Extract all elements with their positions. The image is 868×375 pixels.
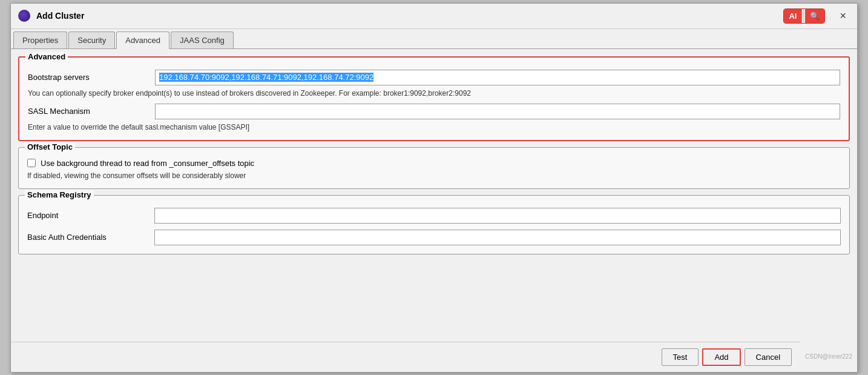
ai-button[interactable]: AI: [784, 9, 802, 23]
tab-advanced[interactable]: Advanced: [116, 32, 169, 49]
basic-auth-input[interactable]: [154, 230, 841, 245]
offset-topic-title: Offset Topic: [25, 142, 75, 151]
toolbar-buttons: AI 🔍: [783, 8, 825, 24]
dialog-content: Advanced Bootstrap servers 192.168.74.70…: [11, 49, 857, 342]
test-button[interactable]: Test: [662, 348, 699, 366]
tab-jaas-config[interactable]: JAAS Config: [171, 32, 234, 48]
dialog-footer: Test Add Cancel: [11, 342, 800, 372]
basic-auth-row: Basic Auth Credentials: [27, 230, 841, 245]
add-cluster-dialog: Add Cluster AI 🔍 × Properties Security A…: [10, 3, 858, 373]
bootstrap-servers-input-wrapper: 192.168.74.70:9092,192.168.74.71:9092,19…: [155, 70, 840, 85]
cancel-button[interactable]: Cancel: [745, 348, 792, 366]
consumer-offsets-label: Use background thread to read from _cons…: [41, 159, 254, 168]
add-button[interactable]: Add: [702, 348, 740, 366]
toolbar-divider: [803, 9, 804, 22]
bootstrap-servers-input[interactable]: 192.168.74.70:9092,192.168.74.71:9092,19…: [155, 70, 840, 85]
tab-properties[interactable]: Properties: [13, 32, 67, 48]
tab-bar: Properties Security Advanced JAAS Config: [11, 29, 857, 49]
schema-registry-title: Schema Registry: [25, 190, 94, 199]
sasl-mechanism-input[interactable]: [155, 104, 840, 119]
endpoint-row: Endpoint: [27, 208, 841, 224]
advanced-section-title: Advanced: [25, 52, 68, 61]
offset-topic-hint: If disabled, viewing the consumer offset…: [27, 171, 841, 180]
schema-registry-section: Schema Registry Endpoint Basic Auth Cred…: [18, 195, 850, 254]
sasl-mechanism-row: SASL Mechanism: [28, 104, 840, 119]
watermark: CSDN@Inner222: [800, 351, 857, 362]
bootstrap-servers-label: Bootstrap servers: [28, 73, 149, 82]
title-bar: Add Cluster AI 🔍 ×: [11, 4, 857, 29]
consumer-offsets-checkbox[interactable]: [27, 159, 36, 167]
dialog-title: Add Cluster: [36, 11, 777, 21]
endpoint-label: Endpoint: [27, 211, 148, 220]
tab-security[interactable]: Security: [68, 32, 115, 48]
endpoint-input[interactable]: [154, 208, 841, 224]
bootstrap-servers-row: Bootstrap servers 192.168.74.70:9092,192…: [28, 70, 840, 85]
sasl-mechanism-hint: Enter a value to override the default sa…: [28, 123, 840, 131]
search-button[interactable]: 🔍: [805, 9, 824, 23]
app-icon: [18, 10, 30, 22]
sasl-mechanism-label: SASL Mechanism: [28, 107, 149, 116]
bootstrap-servers-selected-text: 192.168.74.70:9092,192.168.74.71:9092,19…: [159, 73, 373, 82]
advanced-section: Advanced Bootstrap servers 192.168.74.70…: [18, 56, 850, 141]
consumer-offsets-row: Use background thread to read from _cons…: [27, 159, 841, 168]
dialog-footer-row: Test Add Cancel CSDN@Inner222: [11, 342, 857, 372]
close-button[interactable]: ×: [836, 8, 850, 24]
offset-topic-section: Offset Topic Use background thread to re…: [18, 147, 850, 189]
bootstrap-servers-hint: You can optionally specify broker endpoi…: [28, 89, 840, 98]
basic-auth-label: Basic Auth Credentials: [27, 233, 148, 242]
